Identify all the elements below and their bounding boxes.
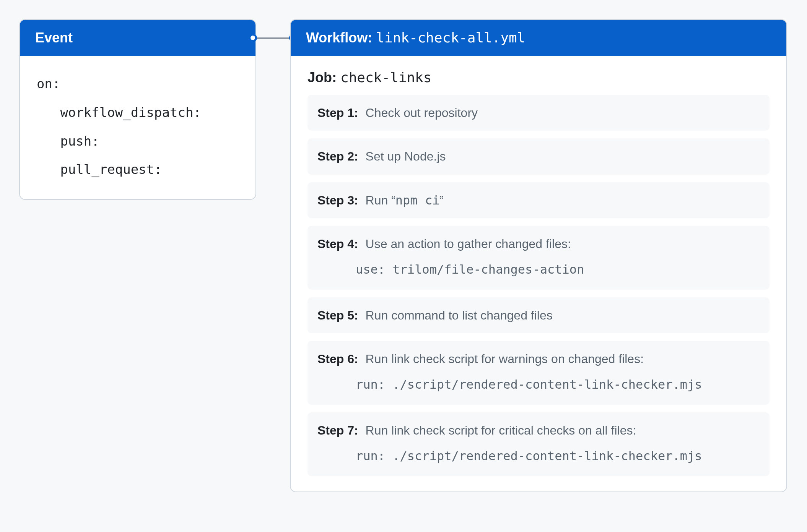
event-card-header: Event <box>20 20 255 56</box>
job-name: check-links <box>340 70 431 85</box>
step: Step 6: Run link check script for warnin… <box>308 341 770 405</box>
step-label: Step 3: <box>317 193 358 207</box>
step-label: Step 6: <box>317 352 358 366</box>
event-trigger: pull_request: <box>37 155 239 184</box>
job-label: Job: <box>308 70 340 85</box>
step-sub: run: ./script/rendered-content-link-chec… <box>356 447 760 465</box>
step-sub: run: ./script/rendered-content-link-chec… <box>356 376 760 393</box>
step-text: Set up Node.js <box>366 149 446 163</box>
workflow-filename: link-check-all.yml <box>376 30 525 45</box>
step-text: Run “npm ci” <box>366 193 444 207</box>
step: Step 3: Run “npm ci” <box>308 182 770 218</box>
step-text: Use an action to gather changed files: <box>366 237 571 251</box>
workflow-card-body: Job: check-links Step 1: Check out repos… <box>291 56 786 491</box>
event-trigger: workflow_dispatch: <box>37 98 239 127</box>
event-card-body: on: workflow_dispatch: push: pull_reques… <box>20 56 255 199</box>
step: Step 2: Set up Node.js <box>308 138 770 174</box>
step-text: Run link check script for critical check… <box>366 423 636 437</box>
step-label: Step 5: <box>317 308 358 322</box>
step: Step 4: Use an action to gather changed … <box>308 226 770 290</box>
step-text: Run command to list changed files <box>366 308 553 322</box>
step-label: Step 4: <box>317 237 358 251</box>
workflow-card: Workflow: link-check-all.yml Job: check-… <box>290 19 787 492</box>
workflow-header-prefix: Workflow: <box>306 30 376 45</box>
event-card: Event on: workflow_dispatch: push: pull_… <box>19 19 256 200</box>
step-text: Run link check script for warnings on ch… <box>366 352 644 366</box>
connector-line <box>252 37 294 39</box>
event-trigger: push: <box>37 127 239 156</box>
step-label: Step 2: <box>317 149 358 163</box>
connector-dot-left <box>249 34 257 42</box>
step-label: Step 7: <box>317 423 358 437</box>
step: Step 7: Run link check script for critic… <box>308 412 770 476</box>
step: Step 5: Run command to list changed file… <box>308 297 770 333</box>
event-header-title: Event <box>35 30 73 45</box>
step-text: Check out repository <box>366 106 478 120</box>
step: Step 1: Check out repository <box>308 95 770 131</box>
step-label: Step 1: <box>317 106 358 120</box>
step-sub: use: trilom/file-changes-action <box>356 261 760 278</box>
event-on-label: on: <box>37 70 239 98</box>
workflow-card-header: Workflow: link-check-all.yml <box>291 20 786 56</box>
job-title: Job: check-links <box>308 70 770 86</box>
